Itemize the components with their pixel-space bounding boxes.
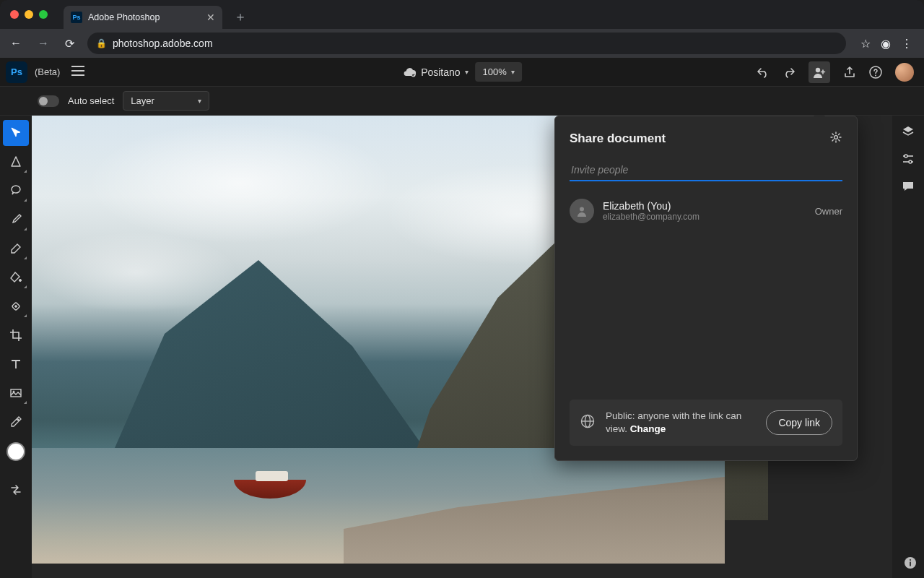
move-tool[interactable] (3, 120, 29, 146)
zoom-dropdown[interactable]: 100% ▾ (476, 62, 522, 82)
share-title: Share document (570, 131, 666, 146)
document-name-dropdown[interactable]: Positano ▾ (402, 66, 468, 78)
undo-button[interactable] (757, 66, 770, 78)
svg-point-13 (580, 207, 584, 212)
redo-button[interactable] (783, 66, 796, 78)
foreground-background-color[interactable] (6, 442, 25, 461)
auto-select-target-dropdown[interactable]: Layer ▾ (123, 91, 209, 111)
globe-icon (580, 413, 596, 432)
svg-point-20 (909, 160, 912, 163)
person-avatar-icon (570, 199, 594, 223)
svg-point-4 (816, 67, 820, 72)
tools-panel (0, 116, 32, 578)
svg-point-19 (905, 155, 907, 158)
link-access-text: Public: anyone with the link can view. (606, 410, 741, 434)
share-export-button[interactable] (843, 66, 856, 79)
zoom-value: 100% (483, 66, 507, 77)
copy-link-button[interactable]: Copy link (766, 410, 832, 435)
auto-select-target-value: Layer (131, 95, 154, 106)
link-access-section: Public: anyone with the link can view. C… (570, 400, 842, 446)
place-image-tool[interactable] (3, 380, 29, 406)
collaborator-name: Elizabeth (You) (603, 200, 699, 212)
user-avatar[interactable] (895, 63, 914, 82)
browser-tab-title: Adobe Photoshop (88, 12, 160, 22)
home-logo-button[interactable]: Ps (6, 61, 27, 83)
lasso-tool[interactable] (3, 178, 29, 204)
lock-icon: 🔒 (96, 38, 107, 48)
comments-panel-button[interactable] (901, 179, 915, 197)
properties-panel-button[interactable] (901, 152, 915, 169)
beta-label: (Beta) (35, 66, 60, 77)
right-panel-rail (892, 116, 924, 578)
fill-tool[interactable] (3, 264, 29, 290)
reload-button[interactable]: ⟳ (62, 34, 77, 53)
profile-icon[interactable]: ◉ (881, 37, 891, 51)
layers-panel-button[interactable] (901, 124, 915, 142)
bookmark-star-icon[interactable]: ☆ (860, 37, 871, 51)
eyedropper-tool[interactable] (3, 409, 29, 435)
svg-point-12 (834, 136, 838, 139)
photoshop-app: Ps (Beta) Positano ▾ 100% ▾ (0, 58, 924, 578)
forward-button[interactable]: → (35, 34, 52, 53)
collaborator-email: elizabeth@company.com (603, 212, 699, 222)
app-header: Ps (Beta) Positano ▾ 100% ▾ (0, 58, 924, 87)
browser-menu-icon[interactable]: ⋮ (901, 37, 912, 51)
type-tool[interactable] (3, 351, 29, 377)
svg-point-7 (19, 280, 22, 282)
minimize-window-icon[interactable] (25, 10, 33, 19)
close-window-icon[interactable] (10, 10, 19, 19)
browser-chrome: Ps Adobe Photoshop ✕ ＋ ← → ⟳ 🔒 photoshop… (0, 0, 924, 58)
spot-heal-tool[interactable] (3, 293, 29, 319)
chevron-down-icon: ▾ (465, 68, 468, 76)
browser-toolbar: ← → ⟳ 🔒 photoshop.adobe.com ☆ ◉ ⋮ (0, 29, 924, 58)
svg-point-6 (875, 74, 876, 76)
url-text: photoshop.adobe.com (113, 38, 213, 49)
options-bar: Auto select Layer ▾ (0, 87, 924, 116)
maximize-window-icon[interactable] (39, 10, 48, 19)
eraser-tool[interactable] (3, 236, 29, 262)
share-document-popover: Share document Elizabeth (You) elizabeth… (554, 116, 858, 461)
cloud-icon (402, 67, 417, 77)
new-tab-button[interactable]: ＋ (228, 5, 253, 28)
collaborator-row: Elizabeth (You) elizabeth@company.com Ow… (570, 199, 842, 223)
crop-tool[interactable] (3, 322, 29, 348)
close-tab-icon[interactable]: ✕ (206, 12, 215, 23)
document-name: Positano (421, 66, 460, 78)
auto-select-toggle[interactable] (38, 95, 59, 107)
share-settings-button[interactable] (829, 131, 842, 147)
auto-select-label: Auto select (68, 95, 114, 106)
photoshop-favicon-icon: Ps (71, 12, 82, 23)
invite-people-input[interactable] (570, 160, 842, 181)
browser-tabstrip: Ps Adobe Photoshop ✕ ＋ (0, 0, 924, 29)
brush-tool[interactable] (3, 207, 29, 233)
window-controls[interactable] (10, 10, 48, 19)
artboard-tool[interactable] (3, 149, 29, 175)
svg-point-9 (15, 306, 17, 308)
work-area: Share document Elizabeth (You) elizabeth… (0, 116, 924, 578)
svg-rect-22 (910, 562, 911, 566)
address-bar[interactable]: 🔒 photoshop.adobe.com (87, 33, 846, 54)
back-button[interactable]: ← (7, 34, 25, 53)
help-button[interactable] (869, 66, 882, 79)
change-link-access-button[interactable]: Change (630, 423, 666, 434)
main-menu-button[interactable] (71, 66, 84, 79)
info-button[interactable] (904, 556, 917, 572)
chevron-down-icon: ▾ (511, 68, 515, 76)
collaborator-role: Owner (815, 206, 842, 217)
canvas-area[interactable]: Share document Elizabeth (You) elizabeth… (32, 116, 892, 578)
browser-tab[interactable]: Ps Adobe Photoshop ✕ (64, 6, 222, 29)
svg-point-11 (13, 391, 14, 392)
chevron-down-icon: ▾ (198, 97, 201, 105)
invite-button[interactable] (808, 61, 830, 83)
svg-point-23 (910, 559, 911, 561)
swap-colors-button[interactable] (3, 477, 29, 503)
